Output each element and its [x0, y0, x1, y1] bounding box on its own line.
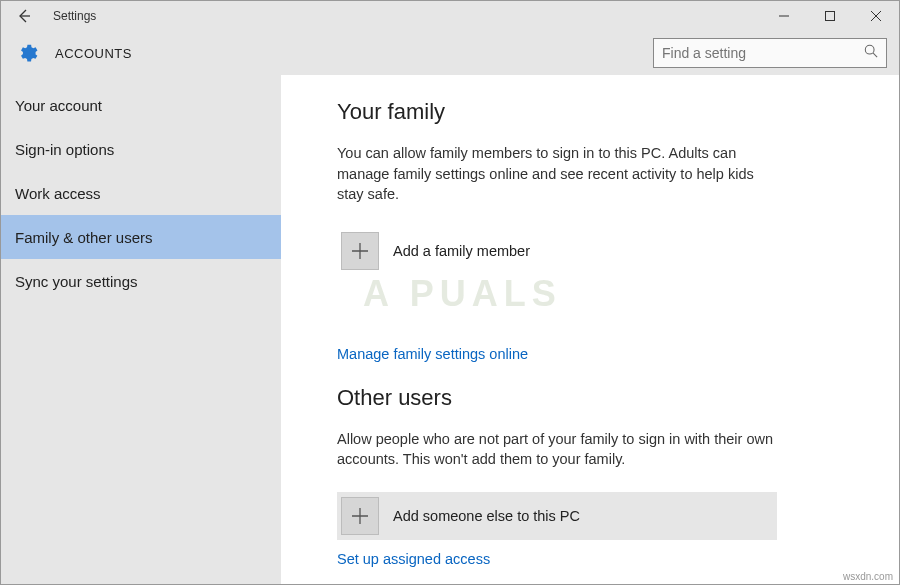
plus-icon — [351, 242, 369, 260]
close-button[interactable] — [853, 1, 899, 31]
plus-button — [341, 497, 379, 535]
other-users-heading: Other users — [337, 385, 867, 411]
add-family-label: Add a family member — [393, 243, 530, 259]
manage-family-link[interactable]: Manage family settings online — [337, 346, 528, 362]
sidebar-item-sign-in-options[interactable]: Sign-in options — [1, 127, 281, 171]
sidebar-item-label: Sign-in options — [15, 141, 114, 158]
header: ACCOUNTS — [1, 31, 899, 75]
page-title: ACCOUNTS — [55, 46, 132, 61]
sidebar-item-label: Family & other users — [15, 229, 153, 246]
svg-point-1 — [865, 45, 874, 54]
sidebar-item-label: Sync your settings — [15, 273, 138, 290]
add-other-label: Add someone else to this PC — [393, 508, 580, 524]
search-input[interactable] — [662, 45, 864, 61]
family-heading: Your family — [337, 99, 867, 125]
back-button[interactable] — [1, 1, 47, 31]
sidebar-item-sync-settings[interactable]: Sync your settings — [1, 259, 281, 303]
gear-icon — [16, 42, 38, 64]
maximize-icon — [825, 11, 835, 21]
sidebar-item-label: Work access — [15, 185, 101, 202]
plus-icon — [351, 507, 369, 525]
sidebar-item-label: Your account — [15, 97, 102, 114]
minimize-icon — [779, 11, 789, 21]
svg-rect-0 — [826, 11, 835, 20]
sidebar-item-work-access[interactable]: Work access — [1, 171, 281, 215]
add-family-member-button[interactable]: Add a family member — [337, 227, 777, 275]
plus-button — [341, 232, 379, 270]
assigned-access-link[interactable]: Set up assigned access — [337, 551, 490, 567]
close-icon — [871, 11, 881, 21]
attribution: wsxdn.com — [843, 571, 893, 582]
sidebar-item-your-account[interactable]: Your account — [1, 83, 281, 127]
other-users-description: Allow people who are not part of your fa… — [337, 429, 777, 470]
minimize-button[interactable] — [761, 1, 807, 31]
arrow-left-icon — [16, 8, 32, 24]
add-other-user-button[interactable]: Add someone else to this PC — [337, 492, 777, 540]
family-description: You can allow family members to sign in … — [337, 143, 777, 205]
maximize-button[interactable] — [807, 1, 853, 31]
search-icon — [864, 44, 878, 62]
titlebar: Settings — [1, 1, 899, 31]
window-title: Settings — [53, 9, 96, 23]
settings-gear-icon[interactable] — [13, 39, 41, 67]
sidebar-item-family-other-users[interactable]: Family & other users — [1, 215, 281, 259]
content-pane: A PUALS Your family You can allow family… — [281, 75, 899, 584]
search-box[interactable] — [653, 38, 887, 68]
sidebar: Your account Sign-in options Work access… — [1, 75, 281, 584]
